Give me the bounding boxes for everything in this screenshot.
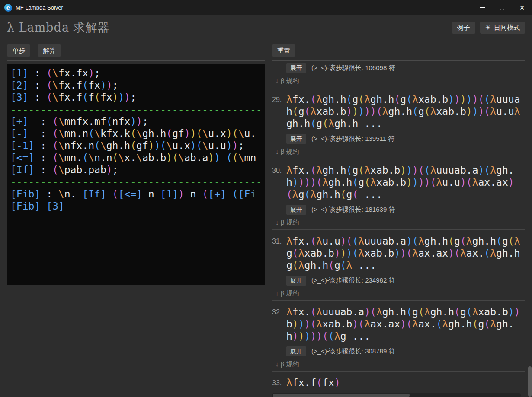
right-panel: 重置 展开(>_<)-该步骤很长: 106098 符↓ β 规约29.λfx.(… <box>272 40 525 397</box>
expand-row: 展开(>_<)-该步骤很长: 234982 符 <box>286 276 525 286</box>
step-expression-row: 29.λfx.(λgh.h(g(λgh.h(g(λxab.b)))))((λuu… <box>272 93 525 130</box>
expand-button[interactable]: 展开 <box>286 346 306 356</box>
step-divider <box>272 159 525 159</box>
sun-icon: ☀ <box>485 24 491 31</box>
code-line: [-] : (\mn.n(\kfx.k(\gh.h(gf))(\u.x)(\u. <box>10 127 265 140</box>
step-number: 31. <box>272 235 286 271</box>
expand-row: 展开(>_<)-该步骤很长: 308789 符 <box>286 346 525 356</box>
horizontal-scrollbar-thumb[interactable] <box>273 394 410 397</box>
long-step-label: (>_<)-该步骤很长: 308789 符 <box>311 347 395 356</box>
step-expression: λfx.f(fx) <box>286 377 522 389</box>
step-number: 33. <box>272 377 286 389</box>
left-panel: 单步 解算 [1] : (\fx.fx);[2] : (\fx.f(fx));[… <box>7 40 265 397</box>
steps-list: 展开(>_<)-该步骤很长: 106098 符↓ β 规约29.λfx.(λgh… <box>272 61 525 392</box>
theme-toggle-button[interactable]: ☀日间模式 <box>480 22 525 34</box>
single-step-button[interactable]: 单步 <box>7 44 30 57</box>
page-title: λ Lambda 求解器 <box>7 20 110 35</box>
right-toolbar: 重置 <box>272 40 525 60</box>
code-line: [+] : (\mnfx.mf(nfx)); <box>10 115 265 127</box>
expand-row: 展开(>_<)-该步骤很长: 139511 符 <box>286 134 525 144</box>
step-expression-row: 30.λfx.(λgh.h(g(λxab.b)))((λuuuab.a)(λgh… <box>272 164 525 200</box>
maximize-icon <box>500 6 504 10</box>
step-number: 32. <box>272 306 286 342</box>
beta-reduction-label: ↓ β 规约 <box>276 77 525 85</box>
code-line: [3] : (\fx.f(f(fx))); <box>10 91 265 103</box>
code-line: [-1] : (\nfx.n(\gh.h(gf))(\u.x)(\u.u)); <box>10 140 265 152</box>
app-window: e MF Lambda Solver ✕ λ Lambda 求解器 例子 ☀日间… <box>0 0 532 397</box>
reduction-step: 32.λfx.(λuuuab.a)(λgh.h(g(λgh.h(g(λxab.b… <box>272 306 525 372</box>
code-line: [2] : (\fx.f(fx)); <box>10 79 265 91</box>
toolbar-divider <box>7 60 265 61</box>
step-expression: λfx.(λu.u)((λuuuab.a)(λgh.h(g(λgh.h(g(λg… <box>286 235 522 271</box>
main-area: 单步 解算 [1] : (\fx.fx);[2] : (\fx.f(fx));[… <box>0 40 532 397</box>
code-line: ----------------------------------------… <box>10 103 265 115</box>
page-header: λ Lambda 求解器 例子 ☀日间模式 <box>0 15 532 40</box>
long-step-label: (>_<)-该步骤很长: 106098 符 <box>311 64 395 72</box>
theme-toggle-label: 日间模式 <box>494 24 520 31</box>
code-editor[interactable]: [1] : (\fx.fx);[2] : (\fx.f(fx));[3] : (… <box>7 64 265 285</box>
beta-reduction-label: ↓ β 规约 <box>276 219 525 227</box>
step-number: 30. <box>272 164 286 200</box>
step-expression: λfx.(λgh.h(g(λxab.b)))((λuuuab.a)(λgh.h)… <box>286 164 522 200</box>
step-expression: λfx.(λuuuab.a)(λgh.h(g(λgh.h(g(λxab.b))b… <box>286 306 522 342</box>
step-expression-row: 33.λfx.f(fx) <box>272 377 525 389</box>
long-step-label: (>_<)-该步骤很长: 139511 符 <box>311 135 394 143</box>
expand-row: 展开(>_<)-该步骤很长: 181639 符 <box>286 205 525 215</box>
step-divider <box>272 300 525 301</box>
reduction-step: 30.λfx.(λgh.h(g(λxab.b)))((λuuuab.a)(λgh… <box>272 164 525 230</box>
reduction-step: 31.λfx.(λu.u)((λuuuab.a)(λgh.h(g(λgh.h(g… <box>272 235 525 301</box>
step-expression-row: 32.λfx.(λuuuab.a)(λgh.h(g(λgh.h(g(λxab.b… <box>272 306 525 342</box>
step-divider <box>272 88 525 88</box>
reduction-step: 29.λfx.(λgh.h(g(λgh.h(g(λxab.b)))))((λuu… <box>272 93 525 159</box>
window-title: MF Lambda Solver <box>16 4 63 11</box>
reduction-step: 展开(>_<)-该步骤很长: 106098 符↓ β 规约 <box>272 63 525 88</box>
reduction-step: 33.λfx.f(fx) <box>272 377 525 389</box>
window-controls: ✕ <box>472 0 532 15</box>
expand-button[interactable]: 展开 <box>286 205 306 215</box>
step-divider <box>272 371 525 372</box>
horizontal-scrollbar[interactable] <box>272 393 521 397</box>
long-step-label: (>_<)-该步骤很长: 234982 符 <box>311 276 395 285</box>
expand-button[interactable]: 展开 <box>286 276 306 286</box>
app-icon: e <box>4 4 12 12</box>
expand-button[interactable]: 展开 <box>286 134 306 144</box>
close-button[interactable]: ✕ <box>512 0 532 15</box>
code-line: [If] : (\pab.pab); <box>10 164 265 176</box>
code-line: [Fib] : \n. [If] ([<=] n [1]) n ([+] ([F… <box>10 188 265 200</box>
beta-reduction-label: ↓ β 规约 <box>276 148 525 156</box>
step-number: 29. <box>272 93 286 130</box>
step-expression: λfx.(λgh.h(g(λgh.h(g(λxab.b)))))((λuuuah… <box>286 93 522 130</box>
reset-button[interactable]: 重置 <box>272 44 295 57</box>
header-actions: 例子 ☀日间模式 <box>452 22 525 34</box>
long-step-label: (>_<)-该步骤很长: 181639 符 <box>311 206 395 214</box>
minimize-button[interactable] <box>472 0 492 15</box>
code-line: [Fib] [3] <box>10 200 265 212</box>
expand-row: 展开(>_<)-该步骤很长: 106098 符 <box>286 63 525 73</box>
beta-reduction-label: ↓ β 规约 <box>276 360 525 368</box>
titlebar: e MF Lambda Solver ✕ <box>0 0 532 15</box>
maximize-button[interactable] <box>492 0 512 15</box>
beta-reduction-label: ↓ β 规约 <box>276 289 525 298</box>
code-line: [<=] : (\mn.(\n.n(\x.\ab.b)(\ab.a)) ((\m… <box>10 152 265 164</box>
expand-button[interactable]: 展开 <box>286 63 306 73</box>
solve-button[interactable]: 解算 <box>38 44 61 57</box>
code-line: ----------------------------------------… <box>10 176 265 188</box>
code-line: [1] : (\fx.fx); <box>10 67 265 79</box>
step-expression-row: 31.λfx.(λu.u)((λuuuab.a)(λgh.h(g(λgh.h(g… <box>272 235 525 271</box>
examples-button[interactable]: 例子 <box>452 22 475 34</box>
left-toolbar: 单步 解算 <box>7 40 265 60</box>
close-icon: ✕ <box>519 5 525 11</box>
step-divider <box>272 229 525 230</box>
vertical-scrollbar-thumb[interactable] <box>528 366 532 397</box>
minimize-icon <box>480 7 485 8</box>
